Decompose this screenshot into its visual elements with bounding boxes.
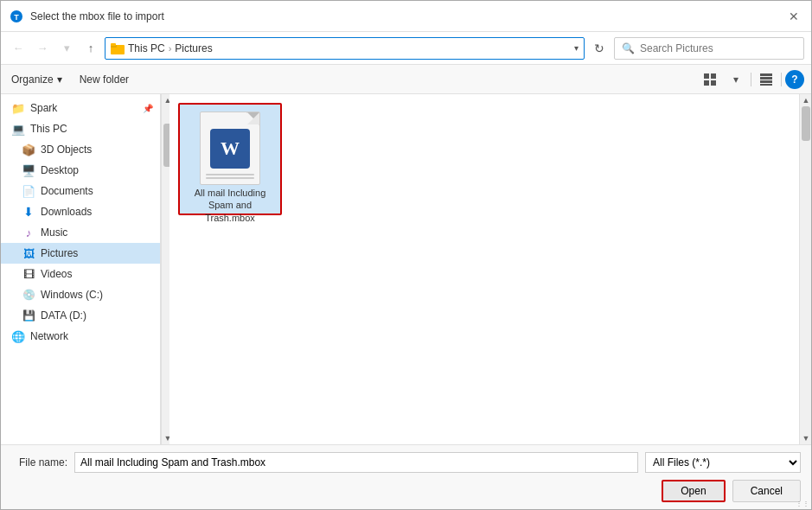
svg-rect-9	[760, 73, 772, 76]
doc-line-2	[206, 177, 254, 179]
sidebar-item-music-label: Music	[41, 226, 67, 239]
file-item-all-mail[interactable]: W All mail IncludingSpam andTrash.mbox	[178, 103, 282, 215]
open-button[interactable]: Open	[662, 480, 725, 502]
svg-text:T: T	[14, 13, 19, 22]
svg-rect-12	[760, 84, 772, 86]
organize-arrow-icon: ▾	[57, 73, 62, 86]
sidebar-item-desktop[interactable]: 🖥️ Desktop	[1, 160, 160, 181]
music-icon: ♪	[22, 226, 35, 239]
layout-button[interactable]	[755, 70, 777, 89]
sidebar-item-3d-objects[interactable]: 📦 3D Objects	[1, 139, 160, 160]
file-icon-large: W	[195, 112, 265, 185]
address-bar[interactable]: This PC › Pictures ▾	[105, 37, 585, 60]
breadcrumb-this-pc[interactable]: This PC	[128, 42, 165, 54]
file-area-scroll-down[interactable]: ▼	[800, 432, 811, 444]
new-folder-label: New folder	[80, 73, 129, 86]
title-bar-left: T Select the mbox file to import	[10, 10, 164, 23]
view-dropdown-button[interactable]: ▾	[725, 70, 747, 89]
sidebar-item-downloads[interactable]: ⬇ Downloads	[1, 201, 160, 222]
sidebar-item-documents[interactable]: 📄 Documents	[1, 181, 160, 201]
sidebar-item-pictures-label: Pictures	[41, 247, 78, 259]
breadcrumb-pictures[interactable]: Pictures	[175, 42, 212, 54]
crumb-separator-1: ›	[169, 43, 172, 54]
pictures-icon: 🖼	[22, 246, 35, 260]
file-label: All mail IncludingSpam andTrash.mbox	[195, 187, 266, 224]
pin-icon: 📌	[143, 104, 153, 113]
filename-label: File name:	[11, 456, 67, 469]
bottom-bar: File name: All Files (*.*) Open Cancel	[1, 444, 811, 509]
doc-line-1	[206, 174, 254, 175]
toolbar-divider	[751, 73, 751, 86]
sidebar-scroll-track	[162, 106, 169, 432]
sidebar-item-this-pc-label: This PC	[30, 123, 67, 135]
toolbar: Organize ▾ New folder ▾	[1, 65, 811, 94]
filename-input[interactable]	[74, 452, 638, 473]
new-folder-button[interactable]: New folder	[76, 72, 132, 87]
cancel-button[interactable]: Cancel	[732, 480, 801, 502]
resize-handle[interactable]: ⋮⋮	[801, 499, 811, 509]
forward-icon: →	[37, 41, 48, 54]
sidebar-item-network[interactable]: 🌐 Network	[1, 326, 160, 347]
downloads-icon: ⬇	[22, 205, 35, 219]
drive-d-icon: 💾	[22, 309, 35, 322]
search-input[interactable]	[640, 42, 796, 54]
doc-lines	[206, 174, 254, 179]
forward-button[interactable]: →	[32, 38, 53, 59]
back-icon: ←	[13, 41, 24, 54]
sidebar-item-music[interactable]: ♪ Music	[1, 222, 160, 243]
sidebar-item-spark[interactable]: 📁 Spark 📌	[1, 98, 160, 118]
search-icon: 🔍	[622, 42, 635, 54]
sidebar-scrollbar[interactable]: ▲ ▼	[161, 94, 169, 444]
toolbar-divider-2	[781, 73, 782, 86]
sidebar-item-videos-label: Videos	[41, 268, 72, 280]
file-area-scroll-up[interactable]: ▲	[800, 94, 811, 106]
svg-rect-6	[711, 73, 716, 79]
toolbar-right: ▾ ?	[699, 70, 804, 89]
word-badge: W	[210, 129, 250, 169]
view-dropdown-icon: ▾	[733, 73, 738, 86]
videos-icon: 🎞	[22, 267, 35, 281]
breadcrumb: This PC › Pictures	[128, 42, 213, 54]
search-bar[interactable]: 🔍	[614, 37, 804, 60]
sidebar-item-this-pc[interactable]: 💻 This PC	[1, 118, 160, 139]
desktop-icon: 🖥️	[22, 163, 35, 177]
drive-c-icon: 💿	[22, 288, 35, 302]
sidebar-item-windows-c[interactable]: 💿 Windows (C:)	[1, 284, 160, 305]
back-button[interactable]: ←	[8, 38, 29, 59]
address-dropdown-icon[interactable]: ▾	[574, 43, 579, 53]
refresh-button[interactable]: ↻	[588, 37, 611, 60]
svg-rect-7	[704, 80, 709, 86]
sidebar-item-videos[interactable]: 🎞 Videos	[1, 264, 160, 284]
close-button[interactable]: ✕	[785, 8, 802, 25]
folder-icon: 📁	[11, 101, 25, 115]
help-button[interactable]: ?	[785, 70, 804, 89]
filetype-select[interactable]: All Files (*.*)	[645, 452, 801, 473]
network-icon: 🌐	[11, 329, 25, 343]
resize-dots: ⋮⋮	[796, 500, 809, 507]
organize-button[interactable]: Organize ▾	[8, 72, 66, 87]
sidebar-item-windows-c-label: Windows (C:)	[41, 289, 103, 301]
svg-rect-11	[760, 80, 772, 83]
nav-bar: ← → ▾ ↑ This PC › Pictures ▾ ↻	[1, 32, 811, 65]
file-area-scroll-thumb[interactable]	[802, 106, 810, 141]
dropdown-arrow-button[interactable]: ▾	[56, 38, 77, 59]
sidebar-item-data-d[interactable]: 💾 DATA (D:)	[1, 305, 160, 326]
sidebar-item-data-d-label: DATA (D:)	[41, 309, 86, 322]
view-button-1[interactable]	[699, 70, 721, 89]
folder-address-icon	[111, 42, 125, 54]
up-button[interactable]: ↑	[80, 38, 101, 59]
file-area-scrollbar[interactable]: ▲ ▼	[799, 94, 811, 444]
documents-icon: 📄	[22, 184, 35, 198]
file-area-scroll-track	[800, 106, 811, 432]
dropdown-arrow-icon: ▾	[64, 41, 70, 54]
refresh-icon: ↻	[594, 41, 604, 55]
sidebar-item-spark-label: Spark	[30, 102, 57, 114]
up-icon: ↑	[88, 41, 94, 54]
svg-rect-4	[111, 43, 116, 46]
sidebar-item-pictures[interactable]: 🖼 Pictures	[1, 243, 160, 264]
layout-icon	[760, 73, 772, 86]
sidebar-item-downloads-label: Downloads	[41, 206, 92, 218]
actions-row: Open Cancel	[11, 480, 801, 502]
computer-icon: 💻	[11, 122, 25, 136]
file-area: W All mail IncludingSpam andTrash.mbox ▲	[169, 94, 811, 444]
